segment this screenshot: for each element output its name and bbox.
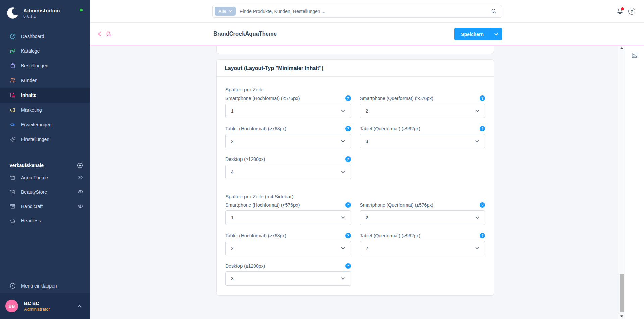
field-select[interactable]: 2	[360, 104, 485, 118]
user-menu[interactable]: BB BC BC Administrator	[0, 293, 90, 319]
field-select[interactable]: 3	[225, 271, 351, 286]
section-columns-per-row-sidebar: Spalten pro Zeile (mit Sidebar) Smartpho…	[225, 194, 485, 286]
select-value: 2	[231, 139, 341, 144]
help-icon[interactable]: ?	[628, 8, 635, 15]
field-select[interactable]: 2	[225, 241, 351, 255]
chevron-down-icon	[494, 33, 498, 36]
app-version: 6.6.1.1	[23, 14, 60, 19]
save-button[interactable]: Speichern	[454, 28, 490, 40]
eye-icon[interactable]	[77, 175, 83, 180]
sidebar-item-inhalte[interactable]: Inhalte	[0, 88, 90, 103]
basket-icon	[9, 217, 16, 224]
sidebar-item-label: Marketing	[21, 107, 42, 113]
card-title: Layout (Layout-Typ "Minimaler Inhalt")	[225, 65, 486, 71]
help-icon[interactable]: ?	[480, 202, 485, 208]
app-title: Administration	[23, 8, 60, 13]
section-columns-per-row: Spalten pro Zeile Smartphone (Hochformat…	[225, 87, 485, 179]
field-label: Desktop (≥1200px)	[225, 156, 265, 162]
chevron-down-icon	[341, 216, 345, 219]
help-icon[interactable]: ?	[345, 233, 351, 238]
storefront-icon	[9, 189, 16, 195]
layout-card: Layout (Layout-Typ "Minimaler Inhalt") S…	[216, 59, 494, 296]
sidebar-item-dashboard[interactable]: Dashboard	[0, 29, 90, 44]
sidebar-item-label: Einstellungen	[21, 137, 49, 142]
content-scroll-area: Layout (Layout-Typ "Minimaler Inhalt") S…	[90, 45, 619, 319]
channel-label: Aqua Theme	[21, 175, 77, 180]
section-heading: Spalten pro Zeile	[225, 87, 485, 92]
field-tablet-landscape: Tablet (Querformat) (≥992px) ? 3	[360, 126, 485, 148]
sidebar-item-label: Dashboard	[21, 34, 44, 39]
field-desktop: Desktop (≥1200px) ? 4	[225, 156, 351, 179]
field-label: Smartphone (Hochformat) (<576px)	[225, 202, 300, 208]
help-icon[interactable]: ?	[345, 126, 351, 131]
add-sales-channel-icon[interactable]	[77, 162, 83, 169]
user-info: BC BC Administrator	[24, 301, 50, 312]
field-label: Smartphone (Querformat) (≥576px)	[360, 202, 433, 208]
save-options-button[interactable]	[490, 28, 502, 40]
field-select[interactable]: 2	[360, 210, 485, 225]
search-icon[interactable]	[491, 8, 497, 14]
field-select[interactable]: 1	[225, 104, 351, 118]
smartbar: BrandCrockAquaTheme Speichern	[90, 23, 644, 45]
field-select[interactable]: 4	[225, 165, 351, 179]
field-select[interactable]: 2	[360, 241, 485, 255]
field-label: Tablet (Hochformat) (≥768px)	[225, 126, 286, 131]
sidebar-item-bestellungen[interactable]: Bestellungen	[0, 58, 90, 73]
sidebar-channel-headless[interactable]: Headless	[0, 213, 90, 228]
content-module-icon	[106, 31, 112, 37]
help-icon[interactable]: ?	[345, 95, 351, 101]
sidebar-item-einstellungen[interactable]: Einstellungen	[0, 132, 90, 147]
chevron-down-icon	[341, 171, 345, 173]
catalogues-icon	[9, 48, 16, 54]
select-value: 3	[231, 276, 341, 281]
sidebar-nav: Dashboard Kataloge Bestellungen Kunden	[0, 24, 90, 279]
sidebar-channel-aqua-theme[interactable]: Aqua Theme	[0, 170, 90, 185]
sidebar-channel-handicraft[interactable]: Handicraft	[0, 199, 90, 213]
dashboard-icon	[9, 33, 16, 40]
chevron-down-icon	[341, 110, 345, 112]
sidebar-item-kunden[interactable]: Kunden	[0, 73, 90, 88]
channel-label: Headless	[21, 218, 83, 224]
field-select[interactable]: 2	[225, 134, 351, 148]
marketing-megaphone-icon	[9, 107, 16, 113]
back-button[interactable]	[97, 31, 103, 37]
help-glyph: ?	[631, 9, 633, 13]
help-icon[interactable]: ?	[480, 126, 485, 131]
scroll-up-arrow[interactable]	[619, 47, 625, 49]
select-value: 2	[366, 215, 476, 220]
search-input[interactable]	[236, 9, 491, 14]
field-tablet-landscape: Tablet (Querformat) (≥992px) ? 2	[360, 233, 485, 255]
help-icon[interactable]: ?	[345, 156, 351, 162]
help-icon[interactable]: ?	[345, 202, 351, 208]
eye-icon[interactable]	[77, 189, 83, 195]
eye-icon[interactable]	[77, 203, 83, 209]
help-icon[interactable]: ?	[480, 95, 485, 101]
field-select[interactable]: 1	[225, 210, 351, 225]
sidebar-item-marketing[interactable]: Marketing	[0, 103, 90, 117]
scrollbar-thumb[interactable]	[620, 274, 624, 312]
search-filter-button[interactable]: Alle	[215, 7, 236, 16]
scroll-down-arrow[interactable]	[619, 315, 625, 317]
help-icon[interactable]: ?	[345, 263, 351, 269]
storefront-icon	[9, 203, 16, 210]
main-column: Alle ?	[90, 0, 644, 319]
select-value: 3	[366, 139, 476, 144]
sidebar-item-erweiterungen[interactable]: Erweiterungen	[0, 117, 90, 132]
field-label: Tablet (Querformat) (≥992px)	[360, 126, 420, 131]
sidebar-item-label: Erweiterungen	[21, 122, 51, 127]
sidebar-item-kataloge[interactable]: Kataloge	[0, 44, 90, 58]
notifications-bell-icon[interactable]	[616, 8, 624, 15]
settings-gear-icon	[9, 136, 16, 143]
notification-badge	[621, 7, 624, 10]
chevron-down-icon	[475, 247, 479, 250]
help-icon[interactable]: ?	[480, 233, 485, 238]
content-scrollbar[interactable]	[619, 45, 625, 319]
field-select[interactable]: 3	[360, 134, 485, 148]
field-desktop: Desktop (≥1200px) ? 3	[225, 263, 351, 286]
field-smartphone-portrait: Smartphone (Hochformat) (<576px) ? 1	[225, 202, 351, 225]
media-sidebar-button[interactable]	[630, 51, 639, 60]
search-bar[interactable]: Alle	[212, 5, 502, 18]
chevron-down-icon	[475, 110, 479, 112]
sidebar-channel-beautystore[interactable]: BeautyStore	[0, 185, 90, 199]
collapse-menu-button[interactable]: Menü einklappen	[0, 279, 90, 293]
